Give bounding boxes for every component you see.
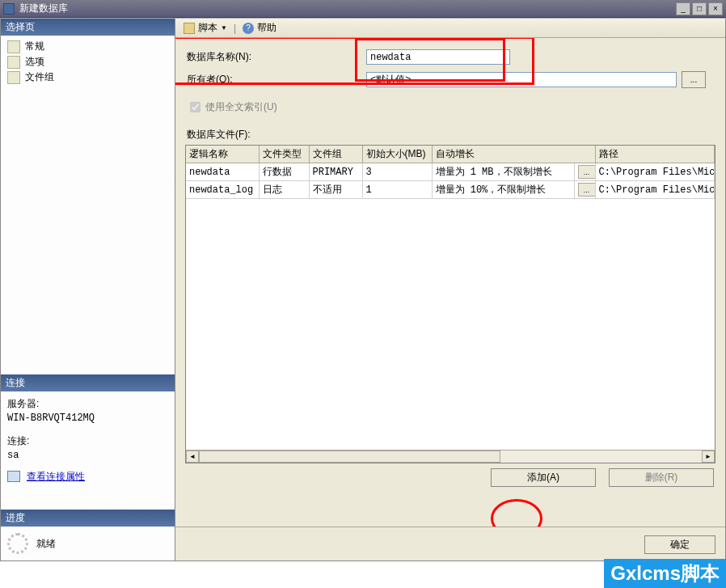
help-label: 帮助 xyxy=(257,21,276,35)
cell-name[interactable]: newdata_log xyxy=(186,181,259,199)
cell-type[interactable]: 行数据 xyxy=(259,163,309,181)
sidebar-item-options[interactable]: 选项 xyxy=(4,54,171,70)
files-grid[interactable]: 逻辑名称 文件类型 文件组 初始大小(MB) 自动增长 路径 newdata 行… xyxy=(185,145,715,463)
cell-path[interactable]: C:\Program Files\Micr xyxy=(595,163,715,181)
add-button[interactable]: 添加(A) xyxy=(491,468,596,487)
cell-size[interactable]: 1 xyxy=(362,181,432,199)
properties-icon xyxy=(7,471,20,482)
view-connection-properties-link[interactable]: 查看连接属性 xyxy=(27,469,85,484)
help-button[interactable]: ? 帮助 xyxy=(239,20,280,36)
server-value: WIN-B8RVQT412MQ xyxy=(7,411,168,425)
progress-status: 就绪 xyxy=(36,537,56,551)
titlebar: 新建数据库 _ □ × xyxy=(0,0,726,18)
col-initial-size[interactable]: 初始大小(MB) xyxy=(362,146,432,163)
star-annotation-icon: ☆ xyxy=(175,188,177,205)
app-icon xyxy=(3,3,15,15)
table-row[interactable]: newdata 行数据 PRIMARY 3 增量为 1 MB，不限制增长 ...… xyxy=(186,163,715,181)
connection-header: 连接 xyxy=(1,374,175,391)
col-file-type[interactable]: 文件类型 xyxy=(259,146,309,163)
cell-group[interactable]: PRIMARY xyxy=(309,163,362,181)
select-page-header: 选择页 xyxy=(1,19,175,36)
help-icon: ? xyxy=(243,23,254,34)
sidebar-item-filegroups[interactable]: 文件组 xyxy=(4,70,171,85)
cell-type[interactable]: 日志 xyxy=(259,181,309,199)
scroll-right-button[interactable]: ► xyxy=(702,451,715,463)
page-icon xyxy=(7,71,20,84)
content-panel: 脚本 ▼ | ? 帮助 数据库名称(N): 所有者(O): ... 使用全文索引… xyxy=(175,19,725,561)
cell-growth[interactable]: 增量为 1 MB，不限制增长 xyxy=(432,163,574,181)
window-title: 新建数据库 xyxy=(19,2,674,15)
owner-input[interactable] xyxy=(366,72,677,87)
script-label: 脚本 xyxy=(198,21,217,35)
star-annotation-icon: ☆ xyxy=(175,171,177,187)
scroll-thumb[interactable] xyxy=(199,451,500,463)
col-autogrowth[interactable]: 自动增长 xyxy=(432,146,595,163)
fulltext-checkbox xyxy=(190,102,200,112)
page-icon xyxy=(7,40,20,53)
cell-name[interactable]: newdata xyxy=(186,163,259,181)
script-button[interactable]: 脚本 ▼ xyxy=(180,20,230,36)
toolbar: 脚本 ▼ | ? 帮助 xyxy=(175,19,725,38)
sidebar-item-label: 选项 xyxy=(25,55,44,69)
script-icon xyxy=(184,23,195,34)
owner-browse-button[interactable]: ... xyxy=(682,71,706,88)
col-logical-name[interactable]: 逻辑名称 xyxy=(186,146,259,163)
sidebar-item-label: 常规 xyxy=(25,40,44,53)
server-label: 服务器: xyxy=(7,396,168,411)
col-path[interactable]: 路径 xyxy=(595,146,715,163)
spinner-icon xyxy=(7,533,28,554)
minimize-button[interactable]: _ xyxy=(676,2,690,15)
growth-edit-button[interactable]: ... xyxy=(578,165,596,179)
col-filegroup[interactable]: 文件组 xyxy=(309,146,362,163)
db-name-input[interactable] xyxy=(366,49,510,65)
ok-button[interactable]: 确定 xyxy=(644,535,715,554)
page-icon xyxy=(7,56,20,69)
db-files-label: 数据库文件(F): xyxy=(185,128,715,142)
cell-growth[interactable]: 增量为 10%，不限制增长 xyxy=(432,181,574,199)
sidebar-item-general[interactable]: 常规 xyxy=(4,39,171,54)
scroll-left-button[interactable]: ◄ xyxy=(186,451,199,463)
watermark: Gxlcms脚本 xyxy=(604,559,726,588)
cell-path[interactable]: C:\Program Files\Micr xyxy=(595,181,715,199)
remove-button: 删除(R) xyxy=(609,468,714,487)
db-name-label: 数据库名称(N): xyxy=(185,50,366,64)
chevron-down-icon: ▼ xyxy=(221,24,227,32)
cell-group[interactable]: 不适用 xyxy=(309,181,362,199)
progress-header: 进度 xyxy=(1,510,175,527)
table-row[interactable]: newdata_log 日志 不适用 1 增量为 10%，不限制增长 ... C… xyxy=(186,181,715,199)
horizontal-scrollbar[interactable]: ◄ ► xyxy=(186,450,715,463)
cell-size[interactable]: 3 xyxy=(362,163,432,181)
owner-label: 所有者(O): xyxy=(185,73,366,87)
sidebar-panel: 选择页 常规 选项 文件组 连接 服务器: WIN-B8RVQT412MQ 连接… xyxy=(1,19,175,561)
highlight-oval-add xyxy=(491,499,542,527)
close-button[interactable]: × xyxy=(708,2,723,15)
conn-label: 连接: xyxy=(7,434,168,448)
fulltext-label: 使用全文索引(U) xyxy=(205,100,277,114)
maximize-button[interactable]: □ xyxy=(692,2,707,15)
sidebar-item-label: 文件组 xyxy=(25,70,54,84)
growth-edit-button[interactable]: ... xyxy=(578,183,596,197)
conn-value: sa xyxy=(7,448,168,463)
